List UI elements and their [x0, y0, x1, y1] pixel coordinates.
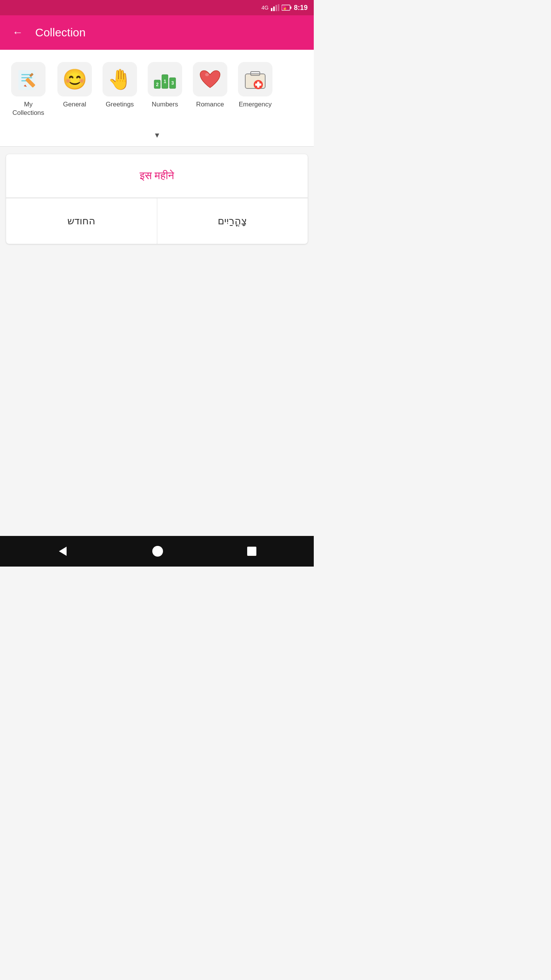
category-label-emergency: Emergency: [239, 100, 272, 109]
category-item-my-collections[interactable]: My Collections: [6, 59, 51, 120]
nav-back-button[interactable]: [57, 545, 69, 557]
nav-recents-button[interactable]: [246, 546, 257, 557]
card-cell-text-month: החודש: [67, 215, 95, 227]
vocabulary-card: इस महीने החודש צָהֳרַיִים: [6, 154, 308, 244]
time-display: 8:19: [294, 4, 308, 12]
status-icons: 4G ⚡ 8:19: [261, 4, 308, 12]
svg-text:1: 1: [164, 79, 166, 84]
signal-bars-icon: [271, 4, 279, 11]
nav-back-icon: [57, 545, 69, 557]
category-item-general[interactable]: 😊 General: [54, 59, 96, 120]
category-icon-wrapper-numbers: 2 1 3: [148, 62, 182, 96]
svg-rect-5: [290, 7, 291, 9]
svg-rect-29: [247, 547, 256, 556]
category-icon-wrapper-emergency: [238, 62, 272, 96]
category-label-numbers: Numbers: [152, 100, 178, 109]
category-item-greetings[interactable]: 🤚 Greetings: [99, 59, 141, 120]
card-cell-text-afternoon: צָהֳרַיִים: [218, 215, 247, 227]
svg-point-21: [205, 73, 209, 76]
card-translations-row: החודש צָהֳרַיִים: [6, 198, 308, 244]
nav-home-icon: [152, 545, 164, 557]
svg-point-28: [152, 546, 163, 557]
category-label-romance: Romance: [196, 100, 224, 109]
category-row: My Collections 😊 General 🤚 Greetings 2: [6, 59, 308, 120]
card-cell-hebrew-afternoon[interactable]: צָהֳרַיִים: [157, 198, 308, 244]
my-collections-icon: [15, 66, 41, 92]
chevron-expand-row[interactable]: ▾: [0, 126, 314, 147]
category-section: My Collections 😊 General 🤚 Greetings 2: [0, 50, 314, 126]
svg-text:3: 3: [171, 80, 174, 86]
page-title: Collection: [35, 26, 86, 39]
category-icon-wrapper-greetings: 🤚: [103, 62, 137, 96]
card-hindi-title: इस महीने: [140, 170, 174, 182]
category-label-greetings: Greetings: [106, 100, 134, 109]
main-content: इस महीने החודש צָהֳרַיִים: [0, 147, 314, 252]
battery-icon: ⚡: [282, 5, 292, 11]
svg-rect-3: [278, 4, 279, 11]
bottom-navigation: [0, 536, 314, 567]
general-icon: 😊: [62, 69, 87, 89]
svg-rect-26: [255, 83, 261, 86]
network-icon: 4G: [261, 5, 269, 11]
svg-text:2: 2: [156, 82, 159, 87]
card-cell-hebrew-month[interactable]: החודש: [6, 198, 157, 244]
category-icon-wrapper-general: 😊: [57, 62, 92, 96]
back-arrow-icon: ←: [12, 26, 23, 38]
nav-recents-icon: [246, 546, 257, 557]
emergency-icon: [242, 66, 268, 92]
category-item-romance[interactable]: Romance: [189, 59, 231, 120]
category-item-emergency[interactable]: Emergency: [234, 59, 276, 120]
back-button[interactable]: ←: [9, 23, 26, 42]
category-label-general: General: [63, 100, 86, 109]
status-bar: 4G ⚡ 8:19: [0, 0, 314, 15]
numbers-icon: 2 1 3: [152, 66, 178, 92]
app-header: ← Collection: [0, 15, 314, 50]
romance-icon: [197, 66, 223, 92]
svg-rect-0: [271, 8, 272, 11]
svg-marker-27: [59, 547, 67, 556]
category-label-my-collections: My Collections: [9, 100, 47, 117]
category-icon-wrapper-my-collections: [11, 62, 46, 96]
nav-home-button[interactable]: [152, 545, 164, 557]
greetings-icon: 🤚: [108, 69, 132, 89]
svg-rect-2: [276, 5, 277, 11]
card-header: इस महीने: [6, 154, 308, 198]
category-icon-wrapper-romance: [193, 62, 227, 96]
svg-rect-1: [273, 7, 275, 11]
category-item-numbers[interactable]: 2 1 3 Numbers: [144, 59, 186, 120]
chevron-down-icon[interactable]: ▾: [155, 130, 159, 140]
svg-text:⚡: ⚡: [283, 7, 287, 11]
